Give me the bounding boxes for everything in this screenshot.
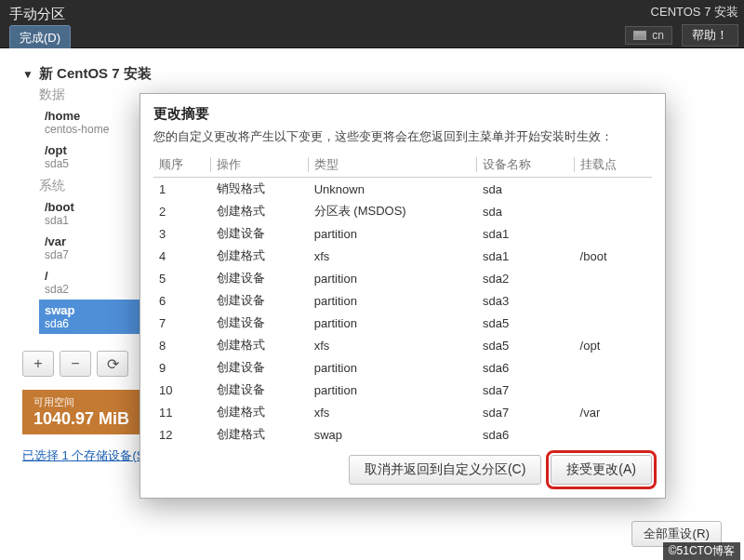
col-op[interactable]: 操作 bbox=[211, 153, 309, 178]
top-bar-left: 手动分区 完成(D) bbox=[0, 0, 502, 47]
top-bar-right: CENTOS 7 安装 cn 帮助！ bbox=[502, 0, 744, 47]
op-cell: 创建格式 bbox=[211, 334, 309, 356]
installation-title: 新 CentOS 7 安装 bbox=[39, 65, 152, 83]
col-order[interactable]: 顺序 bbox=[153, 153, 211, 178]
help-button[interactable]: 帮助！ bbox=[682, 24, 738, 47]
watermark: ©51CTO博客 bbox=[663, 542, 740, 560]
op-cell: 创建格式 bbox=[211, 245, 309, 267]
op-cell: 创建设备 bbox=[211, 222, 309, 245]
card-available: 可用空间 1040.97 MiB bbox=[22, 390, 140, 434]
accept-button[interactable]: 接受更改(A) bbox=[551, 455, 652, 485]
changes-table: 顺序 操作 类型 设备名称 挂载点 1销毁格式Unknownsda2创建格式分区… bbox=[153, 153, 652, 446]
col-type[interactable]: 类型 bbox=[309, 153, 477, 178]
op-cell: 销毁格式 bbox=[211, 178, 309, 201]
keyboard-indicator[interactable]: cn bbox=[625, 26, 672, 45]
reload-button[interactable]: ⟳ bbox=[97, 351, 128, 377]
table-row[interactable]: 3创建设备partitionsda1 bbox=[153, 222, 652, 245]
op-cell: 创建设备 bbox=[211, 379, 309, 401]
table-row[interactable]: 11创建格式xfssda7/var bbox=[153, 401, 652, 423]
op-cell: 创建设备 bbox=[211, 289, 309, 312]
table-row[interactable]: 1销毁格式Unknownsda bbox=[153, 178, 652, 201]
dialog-description: 您的自定义更改将产生以下变更，这些变更将会在您返回到主菜单并开始安装时生效： bbox=[153, 128, 652, 145]
op-cell: 创建设备 bbox=[211, 267, 309, 289]
op-cell: 创建格式 bbox=[211, 401, 309, 423]
op-cell: 创建格式 bbox=[211, 423, 309, 446]
keyboard-layout-label: cn bbox=[652, 29, 664, 42]
op-cell: 创建设备 bbox=[211, 312, 309, 334]
col-dev[interactable]: 设备名称 bbox=[477, 153, 575, 178]
table-row[interactable]: 6创建设备partitionsda3 bbox=[153, 289, 652, 312]
add-mount-button[interactable]: + bbox=[22, 351, 54, 377]
table-row[interactable]: 5创建设备partitionsda2 bbox=[153, 267, 652, 289]
summary-dialog: 更改摘要 您的自定义更改将产生以下变更，这些变更将会在您返回到主菜单并开始安装时… bbox=[140, 93, 666, 499]
table-row[interactable]: 9创建设备partitionsda6 bbox=[153, 356, 652, 379]
expand-arrow-icon: ▼ bbox=[22, 68, 33, 81]
keyboard-icon bbox=[633, 31, 646, 40]
table-row[interactable]: 4创建格式xfssda1/boot bbox=[153, 245, 652, 267]
top-bar: 手动分区 完成(D) CENTOS 7 安装 cn 帮助！ bbox=[0, 0, 744, 48]
table-row[interactable]: 7创建设备partitionsda5 bbox=[153, 312, 652, 334]
cancel-button[interactable]: 取消并返回到自定义分区(C) bbox=[349, 455, 541, 485]
table-row[interactable]: 8创建格式xfssda5/opt bbox=[153, 334, 652, 356]
storage-devices-link[interactable]: 已选择 1 个存储设备(S) bbox=[22, 447, 149, 464]
page-title: 手动分区 bbox=[9, 4, 493, 25]
col-mount[interactable]: 挂载点 bbox=[575, 153, 652, 178]
installation-header[interactable]: ▼ 新 CentOS 7 安装 bbox=[22, 65, 339, 83]
table-row[interactable]: 10创建设备partitionsda7 bbox=[153, 379, 652, 401]
dialog-title: 更改摘要 bbox=[153, 105, 652, 123]
done-button[interactable]: 完成(D) bbox=[9, 25, 71, 51]
installer-title: CENTOS 7 安装 bbox=[508, 4, 738, 20]
op-cell: 创建格式 bbox=[211, 200, 309, 222]
dialog-buttons: 取消并返回到自定义分区(C) 接受更改(A) bbox=[153, 455, 652, 485]
table-row[interactable]: 12创建格式swapsda6 bbox=[153, 423, 652, 446]
card-value: 1040.97 MiB bbox=[33, 409, 129, 429]
remove-mount-button[interactable]: − bbox=[60, 351, 91, 377]
op-cell: 创建设备 bbox=[211, 356, 309, 379]
table-row[interactable]: 2创建格式分区表 (MSDOS)sda bbox=[153, 200, 652, 222]
card-label: 可用空间 bbox=[33, 395, 129, 409]
